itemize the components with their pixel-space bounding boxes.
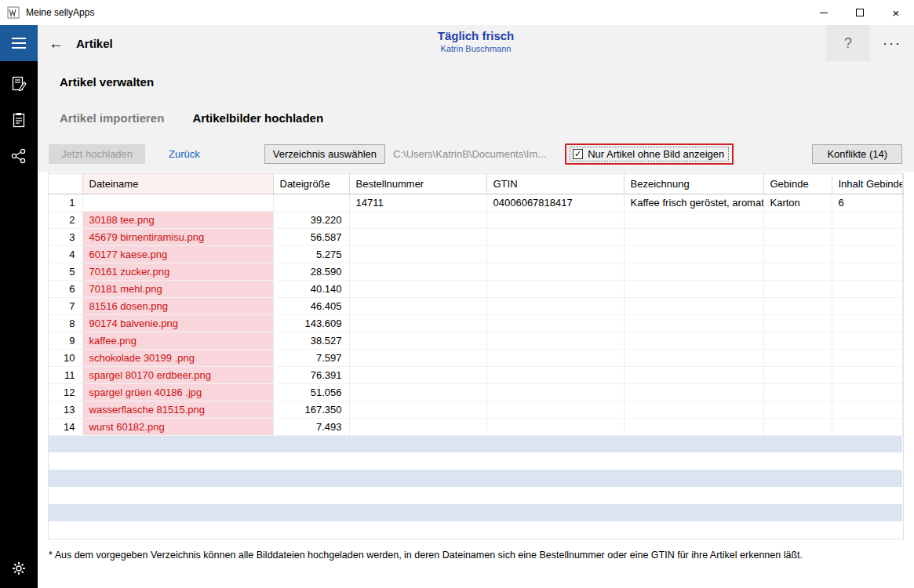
close-button[interactable]: ×: [878, 0, 914, 25]
table-row[interactable]: 13wasserflasche 81515.png167.350: [49, 401, 902, 418]
cell-gebinde: [763, 401, 832, 418]
cell-bezeichnung: [624, 280, 763, 297]
conflicts-button[interactable]: Konflikte (14): [812, 144, 902, 164]
table-region: DateinameDateigrößeBestellnummerGTINBeze…: [38, 172, 914, 588]
cell-gebinde: Karton: [763, 194, 832, 211]
only-without-image-checkbox[interactable]: ✓ Nur Artikel ohne Bild anzeigen: [570, 147, 729, 162]
table-row[interactable]: 345679 birnentiramisu.png56.587: [49, 228, 902, 245]
menu-button[interactable]: [0, 25, 38, 61]
cell-inhalt: [832, 280, 902, 297]
cell-gtin: [486, 280, 624, 297]
cell-gtin: [486, 383, 624, 401]
table-row[interactable]: 230188 tee.png39.220: [49, 211, 902, 228]
cell-dateiname: 81516 dosen.png: [82, 297, 273, 314]
cell-dateigroesse: 40.140: [273, 280, 349, 297]
table-row[interactable]: 670181 mehl.png40.140: [49, 280, 902, 297]
table-row[interactable]: 10schokolade 30199 .png7.597: [49, 349, 902, 366]
table-row[interactable]: 890174 balvenie.png143.609: [49, 314, 902, 332]
column-header-2[interactable]: Dateigröße: [273, 174, 349, 194]
table-row[interactable]: 14wurst 60182.png7.493: [49, 418, 902, 435]
cell-bestellnummer: [349, 383, 486, 401]
column-header-3[interactable]: Bestellnummer: [349, 174, 486, 194]
column-header-0[interactable]: [49, 174, 82, 194]
sidebar-item-share[interactable]: [0, 138, 38, 174]
cell-bestellnummer: [349, 366, 486, 383]
sidebar-item-import[interactable]: [0, 66, 38, 102]
checkbox-highlight-box: ✓ Nur Artikel ohne Bild anzeigen: [565, 143, 734, 165]
cell-gtin: [486, 366, 624, 383]
cell-gebinde: [763, 263, 832, 280]
table-row[interactable]: 9kaffee.png38.527: [49, 332, 902, 349]
empty-row: [49, 487, 902, 504]
cell-gebinde: [763, 211, 832, 228]
cell-bezeichnung: [624, 332, 763, 349]
table-header-row: DateinameDateigrößeBestellnummerGTINBeze…: [49, 174, 902, 194]
directory-path: C:\Users\KatrinB\Documents\Im...: [393, 148, 546, 160]
help-button[interactable]: ?: [826, 25, 870, 61]
table-row[interactable]: 11spargel 80170 erdbeer.png76.391: [49, 366, 902, 383]
cell-gtin: 04006067818417: [486, 194, 624, 211]
cell-bezeichnung: [624, 383, 763, 401]
cell-dateiname: wasserflasche 81515.png: [82, 401, 273, 418]
column-header-7[interactable]: Inhalt Gebinde: [832, 174, 902, 194]
cell-inhalt: [832, 349, 902, 366]
cell-dateigroesse: 28.590: [273, 263, 349, 280]
cell-bezeichnung: [624, 349, 763, 366]
cell-dateigroesse: 39.220: [273, 211, 349, 228]
cell-dateigroesse: 38.527: [273, 332, 349, 349]
cell-gtin: [486, 228, 624, 245]
checkbox-label: Nur Artikel ohne Bild anzeigen: [588, 148, 724, 160]
table-row[interactable]: 12spargel grüen 40186 .jpg51.056: [49, 383, 902, 401]
document-edit-icon: [11, 76, 27, 92]
column-header-4[interactable]: GTIN: [486, 174, 624, 194]
cell-gebinde: [763, 228, 832, 245]
back-link[interactable]: Zurück: [169, 148, 200, 160]
articles-table: DateinameDateigrößeBestellnummerGTINBeze…: [49, 174, 903, 539]
choose-directory-button[interactable]: Verzeichnis auswählen: [264, 144, 385, 164]
cell-num: 5: [49, 263, 82, 280]
clipboard-icon: [11, 112, 27, 128]
tab-artikelbilder-hochladen[interactable]: Artikelbilder hochladen: [192, 111, 323, 125]
table-row[interactable]: 781516 dosen.png46.405: [49, 297, 902, 314]
hamburger-icon: [12, 38, 26, 49]
table-row[interactable]: 11471104006067818417Kaffee frisch geröst…: [49, 194, 902, 211]
cell-dateigroesse: 5.275: [273, 245, 349, 263]
cell-dateiname: 90174 balvenie.png: [82, 314, 273, 332]
cell-inhalt: [832, 297, 902, 314]
cell-dateiname: 30188 tee.png: [82, 211, 273, 228]
empty-row: [49, 470, 902, 487]
cell-dateiname: 70181 mehl.png: [82, 280, 273, 297]
maximize-button[interactable]: [842, 0, 878, 25]
cell-bestellnummer: [349, 401, 486, 418]
empty-row-stripe: [49, 521, 902, 539]
column-header-5[interactable]: Bezeichnung: [624, 174, 763, 194]
settings-button[interactable]: [0, 550, 38, 586]
cell-inhalt: [832, 263, 902, 280]
back-button[interactable]: ←: [49, 36, 64, 51]
account-info: Täglich frisch Katrin Buschmann: [438, 29, 515, 53]
table-row[interactable]: 460177 kaese.png5.275: [49, 245, 902, 263]
column-header-1[interactable]: Dateiname: [82, 174, 273, 194]
table-row[interactable]: 570161 zucker.png28.590: [49, 263, 902, 280]
cell-bezeichnung: [624, 366, 763, 383]
more-button[interactable]: ···: [870, 25, 914, 61]
cell-bezeichnung: [624, 211, 763, 228]
cell-bezeichnung: [624, 245, 763, 263]
empty-row: [49, 521, 902, 539]
cell-dateigroesse: 76.391: [273, 366, 349, 383]
sidebar-item-articles[interactable]: [0, 102, 38, 138]
cell-gtin: [486, 314, 624, 332]
column-header-6[interactable]: Gebinde: [763, 174, 832, 194]
empty-row-stripe: [49, 504, 902, 521]
main-area: ← Artikel Täglich frisch Katrin Buschman…: [38, 25, 914, 588]
tab-artikel-importieren[interactable]: Artikel importieren: [60, 111, 164, 125]
cell-num: 11: [49, 366, 82, 383]
cell-num: 8: [49, 314, 82, 332]
cell-bestellnummer: [349, 263, 486, 280]
footnote: * Aus dem vorgegeben Verzeichnis können …: [49, 550, 902, 561]
cell-dateiname: spargel grüen 40186 .jpg: [82, 383, 273, 401]
upload-button[interactable]: Jetzt hochladen: [49, 144, 145, 164]
minimize-button[interactable]: [806, 0, 842, 25]
cell-dateigroesse: 7.493: [273, 418, 349, 435]
account-user: Katrin Buschmann: [438, 44, 515, 53]
